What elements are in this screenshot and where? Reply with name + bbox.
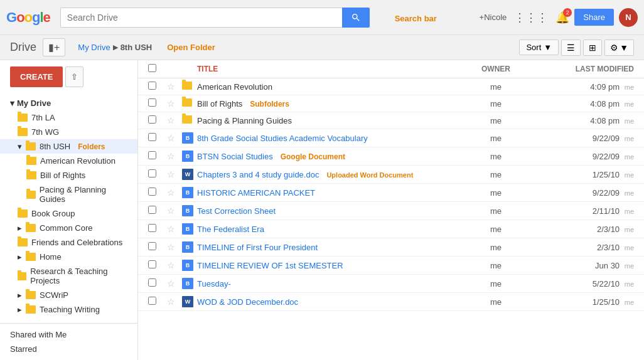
file-name[interactable]: Bill of RightsSubfolders xyxy=(197,99,458,109)
table-row: ☆ American Revolution me 4:09 pm me xyxy=(138,78,644,95)
star-button[interactable]: ☆ xyxy=(167,278,182,289)
grid-view-button[interactable]: ⊞ xyxy=(583,40,602,56)
row-checkbox[interactable] xyxy=(148,206,156,214)
star-button[interactable]: ☆ xyxy=(167,206,182,216)
sidebar-folder-teaching-writing[interactable]: ▸ Teaching Writing xyxy=(0,302,137,317)
row-checkbox[interactable] xyxy=(148,169,156,177)
table-row: ☆ B Test Correction Sheet me 2/11/10 me xyxy=(138,202,644,220)
folder-icon xyxy=(18,114,28,122)
search-input[interactable] xyxy=(60,8,342,28)
sidebar-folder-bill-of-rights[interactable]: Bill of Rights xyxy=(0,168,137,183)
file-name[interactable]: WOD & JOD December.doc xyxy=(197,297,458,307)
row-checkbox[interactable] xyxy=(148,278,156,287)
sidebar-starred[interactable]: Starred xyxy=(0,342,137,356)
star-button[interactable]: ☆ xyxy=(167,297,182,307)
file-name[interactable]: BTSN Social StudiesGoogle Document xyxy=(197,152,458,161)
modified-cell: 5/22/10 me xyxy=(534,279,634,289)
row-checkbox[interactable] xyxy=(148,188,156,196)
folder-icon xyxy=(26,291,36,299)
file-name[interactable]: American Revolution xyxy=(197,82,458,92)
sidebar-folder-friends[interactable]: Friends and Celebrations xyxy=(0,235,137,250)
modified-by: me xyxy=(625,83,634,91)
sidebar-shared-with-me[interactable]: Shared with Me xyxy=(0,327,137,342)
file-name[interactable]: Tuesday- xyxy=(197,279,458,289)
row-checkbox[interactable] xyxy=(148,98,156,107)
list-view-button[interactable]: ☰ xyxy=(561,40,581,56)
row-checkbox[interactable] xyxy=(148,297,156,305)
apps-grid-button[interactable]: ⋮⋮⋮ xyxy=(512,8,550,27)
modified-cell: 4:09 pm me xyxy=(534,82,634,92)
create-area: CREATE ⇧ xyxy=(0,66,137,93)
table-row: ☆ B Tuesday- me 5/22/10 me xyxy=(138,275,644,293)
search-button[interactable] xyxy=(342,8,370,28)
sidebar-my-drive[interactable]: ▾ My Drive xyxy=(0,96,137,110)
star-button[interactable]: ☆ xyxy=(167,98,182,109)
star-button[interactable]: ☆ xyxy=(167,188,182,198)
file-name[interactable]: 8th Grade Social Studies Academic Vocabu… xyxy=(197,134,458,143)
star-button[interactable]: ☆ xyxy=(167,82,182,92)
upload-button[interactable]: ⇧ xyxy=(65,66,83,87)
file-name[interactable]: TIMELINE REVIEW OF 1st SEMESTER xyxy=(197,261,458,270)
sidebar-folder-american-revolution[interactable]: American Revolution xyxy=(0,154,137,168)
sidebar-folder-label: Home xyxy=(40,252,62,262)
file-icon-cell: B xyxy=(182,205,197,216)
star-button[interactable]: ☆ xyxy=(167,224,182,234)
row-checkbox[interactable] xyxy=(148,82,156,90)
folder-icon xyxy=(182,98,192,107)
star-button[interactable]: ☆ xyxy=(167,151,182,161)
breadcrumb-current: 8th USH xyxy=(121,43,153,52)
row-checkbox[interactable] xyxy=(148,133,156,141)
sidebar-folder-label: SCWriP xyxy=(40,290,68,300)
file-name[interactable]: Test Correction Sheet xyxy=(197,206,458,216)
row-checkbox[interactable] xyxy=(148,151,156,159)
file-name[interactable]: Chapters 3 and 4 study guide.docUploaded… xyxy=(197,170,458,179)
file-icon-cell: B xyxy=(182,132,197,144)
file-name[interactable]: HISTORIC AMERICAN PACKET xyxy=(197,188,458,198)
row-checkbox[interactable] xyxy=(148,260,156,268)
tree-expand-icon: ▾ xyxy=(18,142,22,151)
row-checkbox[interactable] xyxy=(148,115,156,124)
settings-button[interactable]: ⚙ ▼ xyxy=(604,40,634,56)
table-row: ☆ B TIMELINE of First Four President me … xyxy=(138,238,644,257)
select-all-checkbox[interactable] xyxy=(148,64,156,72)
star-button[interactable]: ☆ xyxy=(167,260,182,270)
breadcrumb-my-drive[interactable]: My Drive xyxy=(78,43,110,52)
file-name[interactable]: The Federalist Era xyxy=(197,225,458,234)
sidebar-folder-common-core[interactable]: ▸ Common Core xyxy=(0,221,137,235)
sidebar-recent[interactable]: Recent xyxy=(0,356,137,360)
subfolders-annotation: Subfolders xyxy=(250,100,289,109)
sidebar-folder-label: Research & Teaching Projects xyxy=(30,267,127,285)
file-name[interactable]: Pacing & Planning Guides xyxy=(197,116,458,125)
row-checkbox[interactable] xyxy=(148,242,156,250)
notification-button[interactable]: 🔔 2 xyxy=(555,11,569,24)
tree-collapse-icon: ▸ xyxy=(18,223,22,233)
sidebar-folder-8th-ush[interactable]: ▾ 8th USH Folders xyxy=(0,139,137,154)
open-folder-annotation: Open Folder xyxy=(167,43,215,52)
sidebar-folder-pacing[interactable]: Pacing & Planning Guides xyxy=(0,183,137,206)
sort-button[interactable]: Sort ▼ xyxy=(519,40,559,55)
star-button[interactable]: ☆ xyxy=(167,133,182,143)
avatar: N xyxy=(619,8,638,27)
sidebar-folder-home[interactable]: ▸ Home xyxy=(0,250,137,264)
sidebar-folder-7th-wg[interactable]: 7th WG xyxy=(0,125,137,139)
create-button[interactable]: CREATE xyxy=(10,66,63,87)
file-name[interactable]: TIMELINE of First Four President xyxy=(197,243,458,252)
folder-icon xyxy=(26,142,36,151)
modified-by: me xyxy=(625,244,634,251)
star-button[interactable]: ☆ xyxy=(167,115,182,125)
modified-by: me xyxy=(625,226,634,233)
sidebar-folder-book-group[interactable]: Book Group xyxy=(0,206,137,221)
modified-by: me xyxy=(625,262,634,270)
star-button[interactable]: ☆ xyxy=(167,169,182,179)
star-button[interactable]: ☆ xyxy=(167,242,182,252)
sidebar-folder-research[interactable]: Research & Teaching Projects xyxy=(0,264,137,288)
sidebar-folder-scwrip[interactable]: ▸ SCWriP xyxy=(0,288,137,302)
row-checkbox[interactable] xyxy=(148,224,156,232)
owner-cell: me xyxy=(458,297,534,307)
share-button[interactable]: Share xyxy=(574,9,614,26)
gdoc-icon: B xyxy=(182,187,193,198)
modified-cell: 9/22/09 me xyxy=(534,188,634,198)
sidebar-folder-7th-la[interactable]: 7th LA xyxy=(0,110,137,125)
gdoc-icon: B xyxy=(182,278,193,289)
new-folder-button[interactable]: ▮+ xyxy=(43,38,65,56)
